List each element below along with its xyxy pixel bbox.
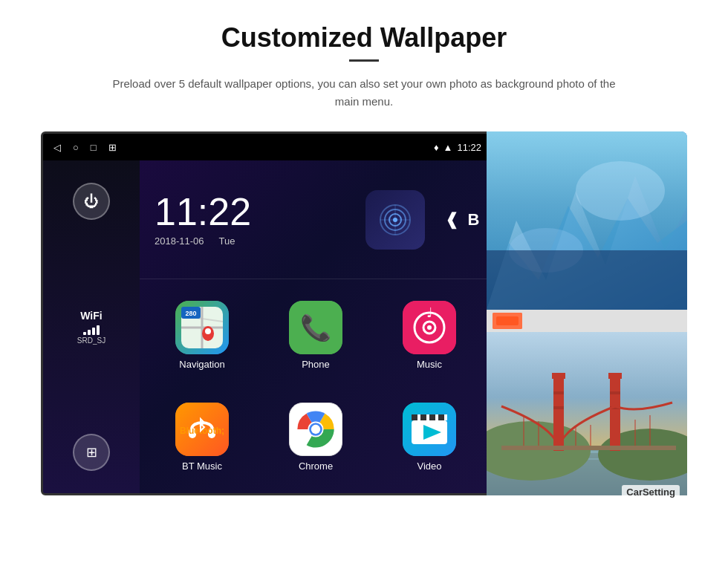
svg-rect-35 <box>429 414 435 420</box>
grid-icon: ⊞ <box>86 444 97 461</box>
btmusic-icon-svg: Bluetooth; <box>175 403 229 456</box>
app-item-video[interactable]: Video <box>374 388 484 486</box>
chrome-icon <box>289 403 342 456</box>
wifi-bar-1 <box>83 332 86 335</box>
apps-grid: 280 Navigation <box>140 279 492 493</box>
clock-date-value: 2018-11-06 <box>155 235 204 247</box>
main-content: 11:22 2018-11-06 Tue <box>140 160 492 493</box>
wifi-bars <box>77 325 105 335</box>
right-panel: CarSetting <box>487 131 687 507</box>
app-item-music[interactable]: ♩ Music <box>374 287 484 385</box>
svg-rect-57 <box>610 391 620 394</box>
svg-point-14 <box>205 328 211 334</box>
svg-rect-33 <box>412 414 417 420</box>
video-label: Video <box>417 461 441 472</box>
phone-label: Phone <box>302 359 330 370</box>
home-icon[interactable]: ○ <box>73 142 79 153</box>
svg-text:280: 280 <box>185 310 196 317</box>
status-bar: ◁ ○ □ ⊞ ♦ ▲ 11:22 <box>43 134 492 160</box>
wifi-bar-3 <box>92 328 95 335</box>
svg-rect-59 <box>552 373 565 379</box>
btmusic-label: BT Music <box>182 461 222 472</box>
svg-rect-54 <box>610 377 620 451</box>
screen-body: ⏻ WiFi SRD_SJ ⊞ <box>43 160 492 493</box>
wallpaper-top-svg <box>487 131 687 310</box>
main-row: ◁ ○ □ ⊞ ♦ ▲ 11:22 ⏻ <box>41 131 687 507</box>
page-title: Customized Wallpaper <box>221 22 507 53</box>
wallpaper-top[interactable] <box>487 131 687 310</box>
small-preview <box>493 313 522 329</box>
signal-widget-icon <box>378 203 412 237</box>
app-item-phone[interactable]: 📞 Phone <box>261 287 371 385</box>
top-section: 11:22 2018-11-06 Tue <box>140 160 492 279</box>
svg-rect-34 <box>420 414 426 420</box>
phone-icon-svg: 📞 <box>289 301 342 354</box>
page-container: Customized Wallpaper Preload over 5 defa… <box>0 0 728 563</box>
clock-date: 2018-11-06 Tue <box>155 235 343 247</box>
svg-point-30 <box>311 425 320 434</box>
power-button[interactable]: ⏻ <box>73 183 110 220</box>
wallpaper-divider <box>487 310 687 332</box>
device-frame: ◁ ○ □ ⊞ ♦ ▲ 11:22 ⏻ <box>41 131 494 495</box>
btmusic-icon: Bluetooth; <box>175 403 229 456</box>
wifi-bar-4 <box>97 325 100 335</box>
app-item-chrome[interactable]: Chrome <box>261 388 371 486</box>
svg-rect-56 <box>553 406 564 409</box>
phone-icon: 📞 <box>289 301 342 354</box>
wifi-info: WiFi SRD_SJ <box>77 310 105 345</box>
small-preview-svg <box>493 313 522 329</box>
wallpaper-bottom-svg <box>487 332 687 495</box>
svg-rect-60 <box>608 373 622 379</box>
page-description: Preload over 5 default wallpaper options… <box>104 75 624 111</box>
music-icon: ♩ <box>403 301 456 354</box>
svg-text:📞: 📞 <box>300 313 332 343</box>
video-icon <box>403 403 456 456</box>
left-sidebar: ⏻ WiFi SRD_SJ ⊞ <box>43 160 140 493</box>
status-bar-left: ◁ ○ □ ⊞ <box>53 142 117 153</box>
clock-area: 11:22 2018-11-06 Tue <box>140 160 358 279</box>
video-icon-svg <box>403 403 456 456</box>
app-item-btmusic[interactable]: Bluetooth; BT Music <box>147 388 257 486</box>
letter-buttons: ❰ B <box>432 160 492 279</box>
svg-rect-46 <box>496 316 519 325</box>
navigation-icon: 280 <box>175 301 229 354</box>
wifi-ssid: SRD_SJ <box>77 336 105 345</box>
recents-icon[interactable]: □ <box>91 142 97 153</box>
wifi-label: WiFi <box>77 310 105 322</box>
apps-grid-button[interactable]: ⊞ <box>73 434 110 471</box>
b-button[interactable]: B <box>468 210 480 230</box>
power-icon: ⏻ <box>84 193 99 210</box>
screenshot-icon[interactable]: ⊞ <box>108 142 117 153</box>
title-underline <box>349 59 379 62</box>
svg-rect-67 <box>501 446 676 450</box>
location-icon: ♦ <box>434 142 439 153</box>
wallpaper-bottom[interactable]: CarSetting <box>487 332 687 507</box>
status-time: 11:22 <box>457 142 481 153</box>
back-icon[interactable]: ◁ <box>53 142 61 153</box>
svg-rect-44 <box>487 250 687 310</box>
svg-rect-36 <box>438 414 444 420</box>
navigation-icon-svg: 280 <box>175 301 229 354</box>
k-button[interactable]: ❰ <box>445 210 458 230</box>
wifi-widget[interactable] <box>365 190 425 250</box>
svg-point-42 <box>576 161 665 221</box>
svg-point-21 <box>427 325 432 330</box>
app-item-navigation[interactable]: 280 Navigation <box>147 287 257 385</box>
wifi-bar-2 <box>88 330 91 335</box>
music-label: Music <box>417 359 442 370</box>
wifi-icon: ▲ <box>443 142 453 153</box>
carsetting-label: CarSetting <box>622 485 680 499</box>
widget-area <box>358 160 432 279</box>
svg-text:Bluetooth;: Bluetooth; <box>180 426 224 436</box>
chrome-icon-svg <box>293 407 338 452</box>
music-icon-svg: ♩ <box>403 301 456 354</box>
status-bar-right: ♦ ▲ 11:22 <box>434 142 481 153</box>
navigation-label: Navigation <box>179 359 224 370</box>
chrome-label: Chrome <box>299 461 333 472</box>
clock-day-value: Tue <box>219 235 235 247</box>
clock-time: 11:22 <box>155 192 343 231</box>
svg-text:♩: ♩ <box>426 305 432 320</box>
svg-rect-55 <box>553 391 564 394</box>
